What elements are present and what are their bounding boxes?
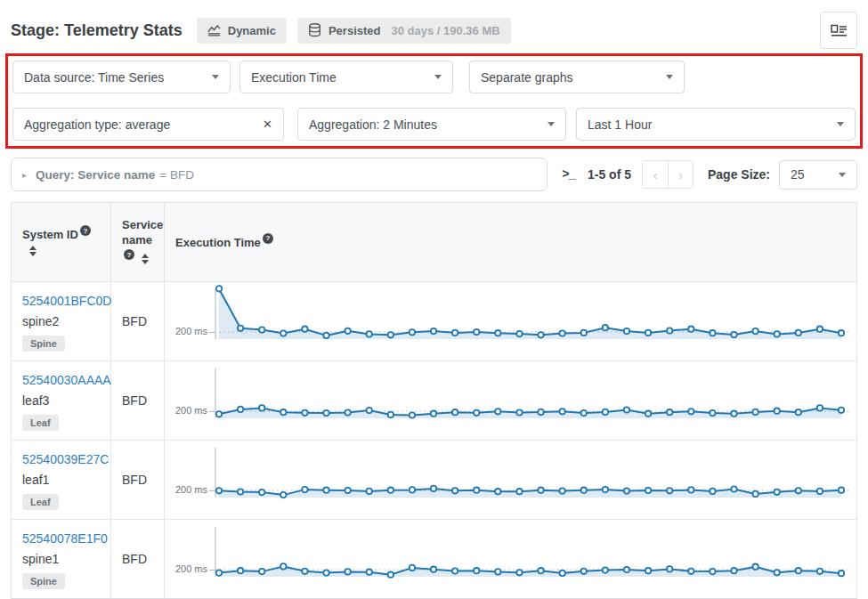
chevron-down-icon bbox=[666, 75, 673, 79]
telemetry-stats-page: Stage: Telemetry Stats Dynamic Persisted… bbox=[0, 0, 868, 599]
filters-annotation-box: Data source: Time Series Execution Time … bbox=[5, 53, 863, 149]
execution-time-chart[interactable] bbox=[215, 522, 849, 595]
filter-row-1: Data source: Time Series Execution Time … bbox=[12, 61, 856, 93]
persisted-badge-label: Persisted bbox=[329, 24, 381, 37]
execution-time-cell: 200 ms bbox=[165, 282, 856, 360]
next-page-button[interactable]: › bbox=[668, 161, 693, 188]
system-id-cell: 52540039E27C leaf1 Leaf bbox=[12, 441, 111, 519]
table-row: 52540078E1F0 spine1 Spine BFD 200 ms bbox=[12, 519, 856, 598]
chart-container bbox=[215, 284, 849, 360]
role-badge: Spine bbox=[22, 573, 65, 589]
column-header-system-id: System ID? bbox=[12, 203, 111, 281]
service-name-header-label: Service name bbox=[122, 218, 163, 247]
system-id-cell: 52540030AAAA leaf3 Leaf bbox=[12, 361, 111, 440]
dynamic-badge: Dynamic bbox=[197, 18, 287, 44]
help-icon[interactable]: ? bbox=[80, 225, 91, 236]
y-axis-label: 200 ms bbox=[174, 326, 215, 360]
chevron-down-icon bbox=[837, 122, 844, 126]
column-header-execution-time: Execution Time? bbox=[165, 203, 856, 281]
chevron-down-icon bbox=[839, 173, 846, 177]
execution-time-cell: 200 ms bbox=[165, 361, 856, 440]
service-name-cell: BFD bbox=[111, 441, 165, 519]
pagination-controls: ‹ › bbox=[642, 160, 694, 189]
layout-toggle-button[interactable] bbox=[820, 12, 857, 49]
role-badge: Spine bbox=[22, 336, 65, 352]
y-axis-label: 200 ms bbox=[174, 405, 215, 440]
sort-icon[interactable] bbox=[142, 254, 149, 264]
expand-caret-icon: ▸ bbox=[22, 170, 27, 180]
table-header-row: System ID? Service name ? Execution Time… bbox=[12, 203, 856, 281]
page-header: Stage: Telemetry Stats Dynamic Persisted… bbox=[11, 11, 857, 50]
prev-page-button[interactable]: ‹ bbox=[643, 161, 668, 188]
chevron-down-icon bbox=[434, 75, 442, 79]
system-id-link[interactable]: 52540039E27C bbox=[22, 452, 109, 466]
chart-container bbox=[215, 363, 849, 440]
filter-row-2: Aggregation type: average ✕ Aggregation:… bbox=[12, 108, 856, 141]
execution-time-header-label: Execution Time bbox=[175, 236, 261, 249]
help-icon[interactable]: ? bbox=[263, 233, 273, 244]
console-icon[interactable]: >_ bbox=[562, 167, 575, 182]
help-icon[interactable]: ? bbox=[124, 249, 134, 260]
chart-line-icon bbox=[207, 24, 221, 36]
execution-time-cell: 200 ms bbox=[165, 520, 856, 598]
execution-time-chart[interactable] bbox=[215, 363, 849, 436]
execution-time-chart[interactable] bbox=[215, 284, 849, 357]
clear-icon[interactable]: ✕ bbox=[263, 117, 272, 131]
layout-icon bbox=[831, 23, 848, 37]
aggregation-type-pill[interactable]: Aggregation type: average ✕ bbox=[12, 108, 284, 141]
page-size-label: Page Size: bbox=[708, 167, 770, 182]
sort-icon[interactable] bbox=[29, 246, 37, 256]
role-badge: Leaf bbox=[22, 415, 59, 431]
query-toolbar: ▸ Query: Service name = BFD >_ 1-5 of 5 … bbox=[11, 158, 857, 191]
query-value: = BFD bbox=[159, 168, 194, 182]
hostname: leaf3 bbox=[22, 393, 100, 408]
table-row: 52540039E27C leaf1 Leaf BFD 200 ms bbox=[12, 440, 856, 519]
system-id-link[interactable]: 5254001BFC0D bbox=[22, 294, 111, 308]
page-size-value: 25 bbox=[791, 167, 831, 182]
hostname: spine2 bbox=[22, 314, 100, 328]
graph-mode-select[interactable]: Separate graphs bbox=[469, 61, 685, 93]
graph-mode-value: Separate graphs bbox=[481, 70, 659, 85]
table-row: 5254001BFC0D spine2 Spine BFD 200 ms bbox=[12, 281, 856, 360]
system-id-header-label: System ID bbox=[22, 228, 78, 241]
dynamic-badge-label: Dynamic bbox=[228, 24, 276, 37]
page-title: Stage: Telemetry Stats bbox=[11, 21, 183, 40]
aggregation-select[interactable]: Aggregation: 2 Minutes bbox=[297, 108, 566, 141]
aggregation-value: Aggregation: 2 Minutes bbox=[309, 117, 540, 132]
y-axis-label: 200 ms bbox=[174, 484, 215, 519]
query-label: Query: Service name bbox=[36, 168, 155, 182]
time-range-value: Last 1 Hour bbox=[588, 117, 830, 132]
results-count: 1-5 of 5 bbox=[588, 167, 631, 182]
role-badge: Leaf bbox=[22, 494, 59, 510]
persisted-retention-text: 30 days / 190.36 MB bbox=[392, 24, 500, 37]
chevron-down-icon bbox=[548, 122, 555, 126]
system-id-link[interactable]: 52540078E1F0 bbox=[22, 531, 108, 546]
execution-time-cell: 200 ms bbox=[165, 441, 856, 519]
database-icon bbox=[308, 23, 321, 37]
aggregation-type-value: Aggregation type: average bbox=[24, 117, 256, 132]
system-id-cell: 52540078E1F0 spine1 Spine bbox=[12, 520, 111, 598]
metric-select[interactable]: Execution Time bbox=[239, 61, 453, 93]
table-row: 52540030AAAA leaf3 Leaf BFD 200 ms bbox=[12, 360, 856, 440]
chart-container bbox=[215, 442, 849, 519]
service-name-cell: BFD bbox=[111, 520, 165, 598]
column-header-service-name: Service name ? bbox=[111, 203, 165, 281]
service-name-cell: BFD bbox=[111, 361, 165, 440]
telemetry-table: System ID? Service name ? Execution Time… bbox=[11, 202, 857, 599]
chevron-down-icon bbox=[212, 75, 219, 79]
chart-container bbox=[215, 522, 849, 598]
execution-time-chart[interactable] bbox=[215, 442, 849, 515]
query-expander[interactable]: ▸ Query: Service name = BFD bbox=[11, 158, 548, 191]
page-size-select[interactable]: 25 bbox=[779, 160, 857, 190]
data-source-select[interactable]: Data source: Time Series bbox=[12, 61, 231, 93]
system-id-link[interactable]: 52540030AAAA bbox=[22, 373, 111, 387]
system-id-cell: 5254001BFC0D spine2 Spine bbox=[12, 282, 111, 360]
service-name-cell: BFD bbox=[111, 282, 165, 360]
y-axis-label: 200 ms bbox=[174, 563, 215, 598]
hostname: leaf1 bbox=[22, 473, 100, 487]
metric-value: Execution Time bbox=[251, 70, 427, 85]
time-range-select[interactable]: Last 1 Hour bbox=[576, 108, 856, 141]
persisted-badge: Persisted 30 days / 190.36 MB bbox=[297, 18, 511, 44]
hostname: spine1 bbox=[22, 552, 100, 566]
data-source-value: Data source: Time Series bbox=[24, 70, 205, 85]
